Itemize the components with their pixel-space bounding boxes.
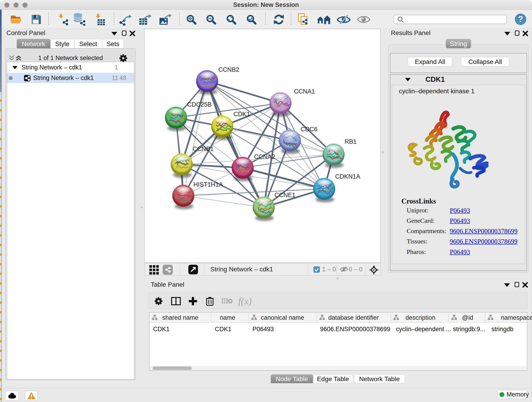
svg-text:CCNB1: CCNB1 <box>193 146 214 153</box>
svg-text:RB1: RB1 <box>345 138 357 145</box>
svg-text:CCNB2: CCNB2 <box>218 66 239 73</box>
svg-text:CDK1: CDK1 <box>234 111 250 118</box>
svg-text:CCNE1: CCNE1 <box>274 191 296 198</box>
svg-text:CCNA2: CCNA2 <box>254 153 275 160</box>
svg-text:CDC25B: CDC25B <box>187 101 212 108</box>
svg-text:HIST1H1A: HIST1H1A <box>193 181 223 188</box>
svg-text:CCNA1: CCNA1 <box>294 88 315 95</box>
svg-text:CDC6: CDC6 <box>301 126 317 133</box>
svg-text:CDKN1A: CDKN1A <box>335 173 360 180</box>
